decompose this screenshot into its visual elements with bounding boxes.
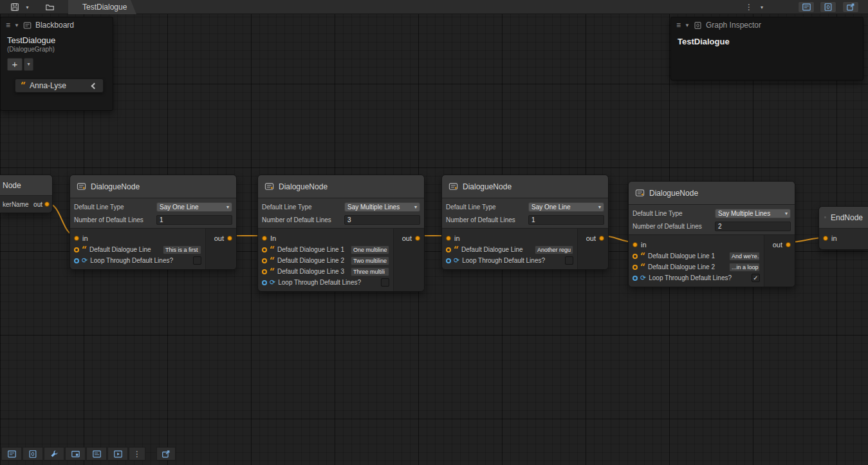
- line-text-field[interactable]: Three multili: [351, 267, 389, 276]
- toggle-inspector-button[interactable]: [23, 447, 43, 460]
- board-icon: [92, 450, 102, 459]
- out-port[interactable]: [786, 242, 791, 247]
- toggle-board-button[interactable]: [86, 447, 107, 460]
- line-port[interactable]: [633, 265, 638, 270]
- dialogue-node-3[interactable]: DialogueNode Default Line Type Say One L…: [441, 175, 609, 270]
- loop-port[interactable]: [633, 276, 638, 281]
- bottom-toolbar: ⋮: [1, 447, 176, 461]
- line-label: Default Dialogue Line 1: [648, 252, 726, 260]
- line-type-dropdown[interactable]: Say One Line ▾: [156, 202, 232, 212]
- in-port[interactable]: [262, 236, 267, 241]
- collapse-left-icon[interactable]: [91, 82, 98, 89]
- count-field[interactable]: 2: [715, 222, 791, 231]
- dialogue-node-4[interactable]: DialogueNode Default Line Type Say Multi…: [628, 181, 795, 287]
- toggle-blackboard-button[interactable]: [798, 1, 815, 13]
- line-text-field[interactable]: This is a first: [163, 245, 201, 254]
- node-title: DialogueNode: [91, 182, 140, 191]
- blackboard-panel[interactable]: ≡ ▼ Blackboard TestDialogue (DialogueGra…: [0, 17, 113, 111]
- in-port[interactable]: [823, 236, 828, 241]
- in-port[interactable]: [633, 242, 638, 247]
- node-title-bar[interactable]: Node: [0, 175, 52, 196]
- open-window-icon: [846, 3, 855, 12]
- toggle-inspector-button[interactable]: [820, 1, 836, 13]
- count-field[interactable]: 3: [344, 215, 420, 225]
- line-port[interactable]: [262, 269, 267, 274]
- line-port[interactable]: [446, 247, 451, 252]
- line-type-dropdown[interactable]: Say One Line ▾: [528, 202, 604, 212]
- menu-icon[interactable]: ≡: [676, 21, 681, 30]
- loop-checkbox[interactable]: ✓: [752, 274, 760, 282]
- graph-inspector-panel[interactable]: ≡ ▼ Graph Inspector TestDialogue: [670, 17, 863, 81]
- quote-icon: “: [270, 247, 275, 253]
- inspector-toggle-icon: [824, 3, 833, 12]
- line-type-dropdown[interactable]: Say Multiple Lines ▾: [715, 209, 791, 218]
- line-text-field[interactable]: One multiline: [351, 245, 389, 254]
- loop-port[interactable]: [262, 280, 267, 285]
- open-folder-button[interactable]: [41, 1, 58, 14]
- line-port[interactable]: [633, 254, 638, 259]
- inspector-header[interactable]: ≡ ▼ Graph Inspector: [671, 17, 863, 32]
- panel-title: Blackboard: [35, 21, 74, 30]
- panel-play-icon: [113, 450, 123, 459]
- line-text-field[interactable]: Two multiline: [351, 256, 389, 265]
- wrench-icon: [50, 450, 59, 459]
- open-preview-button[interactable]: [842, 1, 859, 13]
- save-button[interactable]: [8, 1, 22, 14]
- in-port[interactable]: [446, 236, 451, 241]
- loop-checkbox[interactable]: [381, 278, 389, 287]
- toggle-blackboard-button[interactable]: [1, 447, 22, 460]
- line-port[interactable]: [262, 258, 267, 263]
- collapse-arrow-icon[interactable]: ▼: [14, 23, 19, 28]
- line-text-field[interactable]: ...in a loop: [729, 263, 760, 272]
- node-title: DialogueNode: [649, 189, 698, 198]
- blackboard-header[interactable]: ≡ ▼ Blackboard: [1, 17, 113, 32]
- dialogue-node-icon: [264, 182, 274, 191]
- end-node[interactable]: EndNode in: [818, 206, 868, 250]
- settings-button[interactable]: [44, 447, 64, 460]
- loop-port[interactable]: [74, 258, 79, 263]
- node-title-bar[interactable]: DialogueNode: [70, 175, 236, 198]
- add-parameter-button[interactable]: +: [7, 58, 23, 71]
- out-port[interactable]: [415, 236, 420, 241]
- line-text-field[interactable]: And we're...: [729, 252, 760, 261]
- node-title-bar[interactable]: EndNode: [819, 207, 868, 229]
- out-port[interactable]: [599, 236, 604, 241]
- loop-checkbox[interactable]: [565, 256, 573, 265]
- open-script-button[interactable]: [156, 447, 176, 460]
- out-port[interactable]: [227, 236, 232, 241]
- add-parameter-dropdown[interactable]: ▾: [24, 58, 33, 71]
- collapse-arrow-icon[interactable]: ▼: [685, 23, 690, 28]
- node-title-bar[interactable]: DialogueNode: [629, 182, 795, 205]
- toggle-minimap-button[interactable]: [65, 447, 86, 460]
- more-menu-button[interactable]: ⋮: [743, 1, 755, 14]
- line-type-value: Say Multiple Lines: [347, 204, 414, 211]
- count-field[interactable]: 1: [156, 215, 232, 225]
- toggle-panel-button[interactable]: [107, 447, 128, 460]
- node-title-bar[interactable]: DialogueNode: [258, 175, 424, 198]
- start-node-partial[interactable]: Node kerName out: [0, 175, 53, 213]
- dialogue-node-2[interactable]: DialogueNode Default Line Type Say Multi…: [257, 175, 425, 292]
- node-title: Node: [3, 181, 21, 190]
- dialogue-node-1[interactable]: DialogueNode Default Line Type Say One L…: [69, 175, 237, 270]
- toolbar-dropdown-button[interactable]: ▾: [757, 1, 767, 14]
- node-title-bar[interactable]: DialogueNode: [442, 175, 608, 198]
- parameter-pill[interactable]: “ Anna-Lyse: [15, 79, 104, 93]
- count-field[interactable]: 1: [528, 215, 604, 225]
- node-title: DialogueNode: [463, 182, 512, 191]
- loop-checkbox[interactable]: [193, 256, 201, 265]
- out-port-label: out: [773, 241, 782, 249]
- menu-icon[interactable]: ≡: [6, 21, 10, 30]
- loop-port[interactable]: [446, 258, 451, 263]
- tab-test-dialogue[interactable]: TestDialogue: [68, 0, 136, 14]
- line-port[interactable]: [262, 247, 267, 252]
- in-port[interactable]: [74, 236, 79, 241]
- count-label: Number of Default Lines: [633, 223, 715, 230]
- line-type-dropdown[interactable]: Say Multiple Lines ▾: [344, 202, 420, 212]
- out-port-label: out: [402, 234, 412, 242]
- panel-title: Graph Inspector: [706, 21, 761, 30]
- save-dropdown-button[interactable]: ▾: [23, 1, 32, 14]
- out-port[interactable]: [44, 202, 50, 207]
- more-options-button[interactable]: ⋮: [129, 447, 145, 460]
- line-port[interactable]: [74, 247, 79, 252]
- line-text-field[interactable]: Another regu: [535, 245, 573, 254]
